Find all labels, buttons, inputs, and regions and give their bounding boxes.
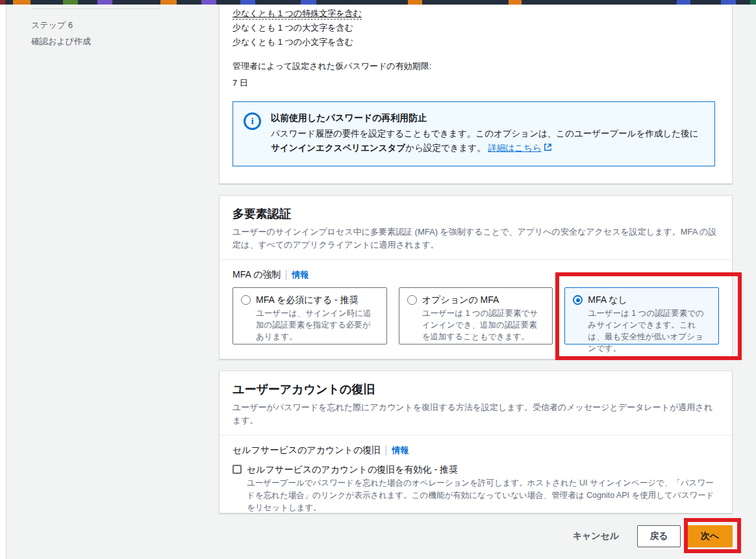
mfa-option-description: ユーザーは 1 つの認証要素でサインインでき、追加の認証要素を追加することもでき… bbox=[422, 307, 545, 343]
tab-color-block bbox=[408, 0, 422, 5]
mfa-option-label: オプションの MFA bbox=[422, 294, 545, 306]
section-divider bbox=[220, 435, 732, 436]
radio-unchecked-icon[interactable] bbox=[407, 295, 417, 305]
recovery-section-description: ユーザーがパスワードを忘れた際にアカウントを復旧する方法を設定します。受信者のメ… bbox=[233, 401, 719, 427]
info-icon: i bbox=[244, 112, 261, 130]
mfa-option-require[interactable]: MFA を必須にする - 推奨 ユーザーは、サインイン時に追加の認証要素を指定す… bbox=[233, 287, 387, 344]
info-box-text: パスワード履歴の要件を設定することもできます。このオプションは、このユーザープー… bbox=[271, 129, 698, 138]
self-service-recovery-label: セルフサービスのアカウントの復旧 bbox=[233, 445, 381, 456]
info-box-text: から設定できます。 bbox=[405, 143, 485, 153]
mfa-option-optional[interactable]: オプションの MFA ユーザーは 1 つの認証要素でサインインでき、追加の認証要… bbox=[399, 287, 553, 344]
tab-color-block bbox=[509, 0, 522, 5]
checkbox-unchecked-icon[interactable] bbox=[233, 465, 242, 474]
mfa-section-description: ユーザーのサインインプロセス中に多要素認証 (MFA) を強制することで、アプリ… bbox=[233, 226, 719, 252]
password-reuse-info-box: i 以前使用したパスワードの再利用防止 パスワード履歴の要件を設定することもでき… bbox=[233, 101, 715, 166]
mfa-enforcement-label: MFA の強制 bbox=[233, 269, 281, 281]
account-recovery-card: ユーザーアカウントの復旧 ユーザーがパスワードを忘れた際にアカウントを復旧する方… bbox=[219, 370, 733, 514]
mfa-option-label: MFA を必須にする - 推奨 bbox=[256, 294, 379, 306]
left-rail bbox=[0, 5, 6, 559]
info-box-bold-text: サインインエクスペリエンスタブ bbox=[271, 143, 405, 153]
mfa-option-none[interactable]: MFA なし ユーザーは 1 つの認証要素でのみサインインできます。これは、最も… bbox=[564, 287, 719, 344]
mfa-section-title: 多要素認証 bbox=[233, 206, 719, 222]
tab-color-block bbox=[63, 0, 78, 5]
wizard-footer: キャンセル 戻る 次へ bbox=[219, 525, 733, 547]
info-box-body: パスワード履歴の要件を設定することもできます。このオプションは、このユーザープー… bbox=[271, 127, 703, 156]
mfa-option-description: ユーザーは、サインイン時に追加の認証要素を指定する必要があります。 bbox=[256, 307, 379, 343]
tab-color-block bbox=[240, 0, 255, 5]
sidebar-item-review-and-create[interactable]: 確認および作成 bbox=[31, 36, 91, 47]
back-button[interactable]: 戻る bbox=[637, 525, 680, 547]
sidebar-divider bbox=[31, 8, 161, 9]
self-service-recovery-option[interactable]: セルフサービスのアカウントの復旧を有効化 - 推奨 ユーザープールでパスワードを… bbox=[233, 463, 719, 514]
mfa-option-label: MFA なし bbox=[588, 294, 711, 306]
info-box-title: 以前使用したパスワードの再利用防止 bbox=[271, 112, 703, 124]
mfa-info-link[interactable]: 情報 bbox=[292, 269, 309, 281]
wizard-steps-sidebar: ステップ 6 確認および作成 bbox=[7, 5, 219, 559]
tab-color-block bbox=[677, 0, 690, 5]
tab-color-block bbox=[0, 0, 5, 5]
recovery-info-link[interactable]: 情報 bbox=[392, 445, 409, 456]
tab-color-block bbox=[750, 0, 756, 5]
mfa-card: 多要素認証 ユーザーのサインインプロセス中に多要素認証 (MFA) を強制するこ… bbox=[219, 195, 733, 359]
password-requirement: 少なくとも 1 つの大文字を含む bbox=[233, 21, 719, 35]
tab-color-block bbox=[201, 0, 216, 5]
tab-color-block bbox=[160, 0, 177, 5]
checkbox-description: ユーザープールでパスワードを忘れた場合のオペレーションを許可します。ホストされた… bbox=[247, 477, 714, 514]
tab-color-block bbox=[97, 0, 112, 5]
external-link-icon bbox=[544, 142, 552, 156]
temp-password-expiry-value: 7 日 bbox=[233, 77, 719, 90]
password-requirement: 少なくとも 1 つの小文字を含む bbox=[233, 35, 719, 49]
password-requirement[interactable]: 少なくとも 1 つの特殊文字を含む bbox=[233, 6, 719, 21]
password-policy-card: 少なくとも 1 つの特殊文字を含む 少なくとも 1 つの大文字を含む 少なくとも… bbox=[219, 5, 733, 184]
tab-color-block bbox=[301, 0, 316, 5]
radio-unchecked-icon[interactable] bbox=[241, 295, 251, 305]
next-button[interactable]: 次へ bbox=[687, 525, 733, 547]
label-separator bbox=[386, 445, 386, 456]
browser-tab-strip bbox=[0, 0, 756, 5]
recovery-section-title: ユーザーアカウントの復旧 bbox=[233, 382, 719, 397]
tab-color-block bbox=[721, 0, 736, 5]
tab-color-block bbox=[13, 0, 31, 5]
label-separator bbox=[286, 270, 286, 280]
mfa-options-group: MFA を必須にする - 推奨 ユーザーは、サインイン時に追加の認証要素を指定す… bbox=[233, 287, 719, 344]
radio-checked-icon[interactable] bbox=[573, 295, 583, 305]
section-divider bbox=[220, 259, 732, 260]
mfa-option-description: ユーザーは 1 つの認証要素でのみサインインできます。これは、最も安全性が低いオ… bbox=[588, 307, 711, 354]
cancel-button[interactable]: キャンセル bbox=[561, 525, 631, 547]
step-number-label: ステップ 6 bbox=[31, 20, 73, 31]
learn-more-link[interactable]: 詳細はこちら bbox=[488, 143, 541, 153]
checkbox-label: セルフサービスのアカウントの復旧を有効化 - 推奨 bbox=[247, 463, 714, 476]
temp-password-expiry-label: 管理者によって設定された仮パスワードの有効期限: bbox=[233, 60, 719, 73]
